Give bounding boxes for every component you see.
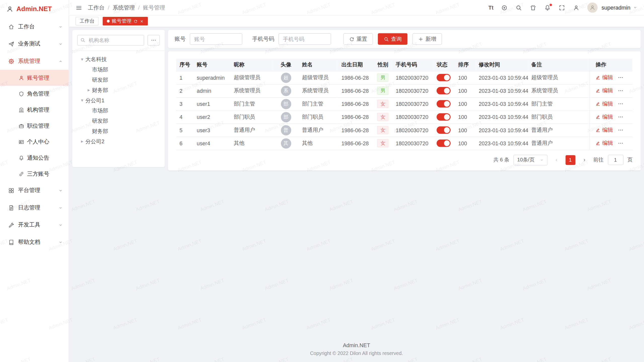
chevron-down-icon xyxy=(58,188,63,193)
sidebar-item-account-mgmt[interactable]: 账号管理 xyxy=(0,70,69,86)
accounts-table: 序号账号昵称头像姓名出生日期性别手机号码状态排序修改时间备注操作1superad… xyxy=(176,59,632,150)
edit-button[interactable]: 编辑 xyxy=(596,140,613,147)
status-toggle[interactable] xyxy=(437,100,451,107)
sidebar-item-platform-mgmt[interactable]: 平台管理 xyxy=(0,182,69,199)
phone-input[interactable] xyxy=(278,33,331,45)
notification-badge xyxy=(550,4,552,6)
sidebar-item-workbench[interactable]: 工作台 xyxy=(0,18,69,35)
avatar[interactable] xyxy=(587,3,598,13)
cell-sort: 100 xyxy=(455,137,475,150)
sidebar-item-dev-tools[interactable]: 开发工具 xyxy=(0,216,69,234)
account-label: 账号 xyxy=(175,35,186,42)
fullscreen-icon[interactable] xyxy=(559,4,565,11)
tree-more-button[interactable] xyxy=(147,35,160,46)
status-toggle[interactable] xyxy=(437,87,451,94)
next-page-button[interactable] xyxy=(579,155,589,165)
row-more-button[interactable] xyxy=(618,127,624,133)
sidebar-item-help-docs[interactable]: 帮助文档 xyxy=(0,234,69,251)
prev-page-button[interactable] xyxy=(551,155,561,165)
hamburger-icon[interactable] xyxy=(75,4,82,11)
row-more-button[interactable] xyxy=(618,140,624,146)
theme-icon[interactable] xyxy=(530,4,537,11)
globe-icon[interactable] xyxy=(501,4,508,11)
tree-node[interactable]: ▾大名科技 xyxy=(77,54,160,65)
cell-no: 5 xyxy=(176,123,193,137)
org-search-input[interactable] xyxy=(77,35,144,46)
row-more-button[interactable] xyxy=(618,101,624,107)
sidebar-item-org-mgmt[interactable]: 机构管理 xyxy=(0,102,69,118)
edit-button[interactable]: 编辑 xyxy=(596,126,613,134)
tree-node[interactable]: ▸财务部 xyxy=(77,85,160,95)
breadcrumb-item[interactable]: 工作台 xyxy=(88,4,104,11)
pagination-total: 共 6 条 xyxy=(493,156,509,163)
column-header-op: 操作 xyxy=(590,59,632,71)
tree-node[interactable]: ▸分公司2 xyxy=(77,136,160,147)
breadcrumb-item: 账号管理 xyxy=(143,4,165,11)
status-toggle[interactable] xyxy=(437,140,451,147)
topbar-actions: Tt superadmin xyxy=(489,3,637,13)
status-toggle[interactable] xyxy=(437,113,451,121)
tab-account-mgmt[interactable]: 账号管理 xyxy=(103,17,148,25)
tree-expand-icon[interactable]: ▸ xyxy=(79,139,85,144)
search-icon[interactable] xyxy=(516,4,522,11)
refresh-icon[interactable] xyxy=(134,19,138,23)
sidebar-item-label: 三方账号 xyxy=(27,170,49,177)
sidebar-item-personal-center[interactable]: 个人中心 xyxy=(0,134,69,150)
status-toggle[interactable] xyxy=(437,126,451,134)
sidebar-item-role-mgmt[interactable]: 角色管理 xyxy=(0,86,69,102)
cell-nickname: 部门职员 xyxy=(230,110,273,123)
tree-expand-icon[interactable]: ▾ xyxy=(79,98,85,103)
tree-node[interactable]: ▾分公司1 xyxy=(77,95,160,106)
tree-node[interactable]: 市场部 xyxy=(77,106,160,116)
row-more-button[interactable] xyxy=(618,114,624,120)
breadcrumb-separator: / xyxy=(138,5,140,11)
reset-button[interactable]: 重置 xyxy=(343,33,373,45)
sidebar-item-system-mgmt[interactable]: 系统管理 xyxy=(0,53,69,70)
sidebar-item-log-mgmt[interactable]: 日志管理 xyxy=(0,199,69,216)
column-header-modified: 修改时间 xyxy=(475,59,528,71)
notification-icon[interactable] xyxy=(544,4,551,11)
search-icon xyxy=(80,37,85,43)
page-size-select[interactable]: 10条/页 xyxy=(513,155,547,165)
tree-node[interactable]: 研发部 xyxy=(77,75,160,85)
user-settings-icon[interactable] xyxy=(573,4,580,11)
cell-account: user1 xyxy=(193,97,230,110)
sidebar-item-notice[interactable]: 通知公告 xyxy=(0,150,69,166)
add-button[interactable]: 新增 xyxy=(412,33,442,45)
cell-birth: 1986-06-28 xyxy=(338,84,374,97)
org-tree-panel: ▾大名科技市场部研发部▸财务部▾分公司1市场部研发部财务部▸分公司2 xyxy=(72,30,165,167)
edit-button[interactable]: 编辑 xyxy=(596,74,613,81)
column-header-nickname: 昵称 xyxy=(230,59,273,71)
page-number-button[interactable]: 1 xyxy=(565,155,575,165)
username[interactable]: superadmin xyxy=(601,5,630,11)
tree-node[interactable]: 财务部 xyxy=(77,126,160,136)
tree-expand-icon[interactable]: ▾ xyxy=(79,57,85,62)
sidebar-item-third-party-account[interactable]: 三方账号 xyxy=(0,166,69,182)
cell-name: 超级管理员 xyxy=(299,71,338,84)
tree-expand-icon[interactable]: ▸ xyxy=(86,87,92,93)
sidebar-item-label: 账号管理 xyxy=(27,74,49,81)
goto-page-input[interactable] xyxy=(608,155,623,165)
status-toggle[interactable] xyxy=(437,74,451,81)
tree-node[interactable]: 研发部 xyxy=(77,116,160,126)
tree-node[interactable]: 市场部 xyxy=(77,64,160,75)
sidebar-item-position-mgmt[interactable]: 职位管理 xyxy=(0,118,69,134)
tab-workbench[interactable]: 工作台 xyxy=(75,17,98,25)
account-input[interactable] xyxy=(190,33,242,45)
breadcrumb-item[interactable]: 系统管理 xyxy=(113,4,135,11)
sidebar-item-label: 机构管理 xyxy=(27,106,49,113)
edit-button[interactable]: 编辑 xyxy=(596,87,613,94)
chevron-down-icon[interactable] xyxy=(633,5,637,10)
logo[interactable]: Admin.NET xyxy=(0,0,69,18)
close-icon[interactable] xyxy=(140,19,144,23)
edit-button[interactable]: 编辑 xyxy=(596,100,613,107)
sidebar-menu: 工作台业务测试系统管理账号管理角色管理机构管理职位管理个人中心通知公告三方账号平… xyxy=(0,18,69,251)
font-size-icon[interactable]: Tt xyxy=(489,5,494,11)
cell-status xyxy=(433,84,455,97)
sidebar-item-label: 日志管理 xyxy=(18,204,55,211)
sidebar-item-business-test[interactable]: 业务测试 xyxy=(0,35,69,53)
row-more-button[interactable] xyxy=(618,88,624,94)
edit-button[interactable]: 编辑 xyxy=(596,113,613,121)
search-button[interactable]: 查询 xyxy=(378,33,408,45)
row-more-button[interactable] xyxy=(618,75,624,80)
